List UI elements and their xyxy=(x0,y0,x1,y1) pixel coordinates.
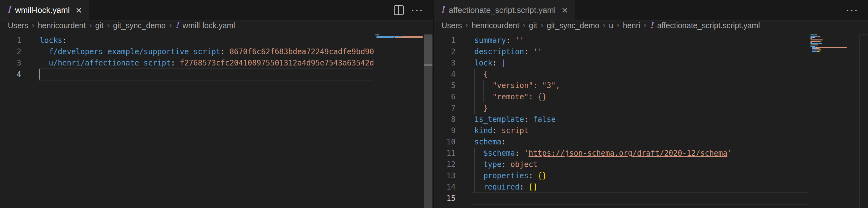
line-number: 1 xyxy=(434,35,456,46)
code-text: type: object xyxy=(474,159,537,170)
scrollbar-thumb[interactable] xyxy=(424,34,432,65)
tab-wmill-lock[interactable]: ! wmill-lock.yaml × xyxy=(0,0,89,20)
code-line[interactable]: 7 } xyxy=(434,102,810,114)
minimap-line xyxy=(810,45,813,46)
breadcrumb-file[interactable]: wmill-lock.yaml xyxy=(183,21,235,30)
tab-affectionate-script[interactable]: ! affectionate_script.script.yaml × xyxy=(434,0,575,20)
line-number: 13 xyxy=(434,170,456,181)
breadcrumb-item[interactable]: git_sync_demo xyxy=(547,21,599,30)
editor-left[interactable]: 1locks:2 f/developers_example/supportive… xyxy=(0,30,433,208)
line-number: 3 xyxy=(0,57,21,69)
split-editor-button[interactable] xyxy=(394,5,404,15)
editor-group-right: ! affectionate_script.script.yaml × ⋯ Us… xyxy=(434,0,868,208)
minimap-line xyxy=(810,38,812,39)
chevron-icon: › xyxy=(465,20,468,30)
tab-bar-left: ! wmill-lock.yaml × ⋯ xyxy=(0,0,433,21)
code-line[interactable]: 14 required: [] xyxy=(434,181,810,193)
code-line[interactable]: 1locks: xyxy=(0,35,375,46)
code-line[interactable]: 8is_template: false xyxy=(434,114,810,125)
code-text: required: [] xyxy=(474,181,537,193)
code-text: schema: xyxy=(474,136,506,148)
code-area[interactable]: 1summary: ''2description: ''3lock: |4 {5… xyxy=(434,30,810,208)
editor-right[interactable]: 1summary: ''2description: ''3lock: |4 {5… xyxy=(434,30,868,208)
indent-guide-line xyxy=(474,80,475,91)
line-number: 14 xyxy=(434,181,456,193)
breadcrumb-item[interactable]: henricourdent xyxy=(38,21,86,30)
overview-ruler[interactable] xyxy=(859,34,868,208)
minimap-line xyxy=(812,51,817,52)
code-text: u/henri/affectionate_script: f2768573cfc… xyxy=(40,57,374,69)
indent-guide-line xyxy=(474,170,475,181)
code-line[interactable]: 4 { xyxy=(434,69,810,80)
breadcrumb-item[interactable]: Users xyxy=(8,21,28,30)
breadcrumb-file[interactable]: affectionate_script.script.yaml xyxy=(657,21,760,30)
scrollbar-band xyxy=(424,64,432,66)
code-text: "version": "3", xyxy=(474,80,560,91)
minimap-line xyxy=(376,37,394,38)
code-line[interactable]: 13 properties: {} xyxy=(434,170,810,181)
code-line[interactable]: 3 u/henri/affectionate_script: f2768573c… xyxy=(0,57,375,69)
breadcrumb-item[interactable]: henricourdent xyxy=(471,21,519,30)
tab-bar-right: ! affectionate_script.script.yaml × ⋯ xyxy=(434,0,868,21)
minimap-line xyxy=(812,48,814,49)
line-number: 5 xyxy=(434,80,456,91)
yaml-file-icon: ! xyxy=(175,21,179,30)
minimap-line xyxy=(810,43,818,44)
line-number: 15 xyxy=(434,193,456,204)
breadcrumb-item[interactable]: git_sync_demo xyxy=(113,21,166,30)
code-line[interactable]: 3lock: | xyxy=(434,57,810,69)
code-line[interactable]: 15 xyxy=(434,193,810,204)
editor-group-left: ! wmill-lock.yaml × ⋯ Users›henricourden… xyxy=(0,0,433,208)
breadcrumb-item[interactable]: u xyxy=(609,21,613,30)
line-number: 6 xyxy=(434,91,456,102)
minimap-line xyxy=(810,40,823,41)
code-text: description: '' xyxy=(474,46,542,57)
minimap-line xyxy=(819,50,821,50)
close-icon[interactable]: × xyxy=(76,5,82,15)
chevron-icon: › xyxy=(89,20,92,30)
code-line[interactable]: 2 f/developers_example/supportive_script… xyxy=(0,46,375,57)
breadcrumb-item[interactable]: Users xyxy=(441,21,462,30)
ellipsis-icon: ⋯ xyxy=(410,3,423,17)
breadcrumb: Users›henricourdent›git›git_sync_demo›u›… xyxy=(434,21,868,30)
tab-label: wmill-lock.yaml xyxy=(15,5,70,15)
vertical-scrollbar[interactable] xyxy=(424,34,432,208)
indent-guide-line xyxy=(474,181,475,193)
code-area[interactable]: 1locks:2 f/developers_example/supportive… xyxy=(0,30,375,208)
minimap-line xyxy=(376,36,401,37)
code-text: locks: xyxy=(40,35,67,46)
more-actions-button[interactable]: ⋯ xyxy=(845,7,858,13)
line-number: 4 xyxy=(0,69,21,80)
minimap-line xyxy=(812,50,818,50)
more-actions-button[interactable]: ⋯ xyxy=(410,7,423,13)
chevron-icon: › xyxy=(603,20,606,30)
code-line[interactable]: 9kind: script xyxy=(434,125,810,136)
breadcrumb-item[interactable]: git xyxy=(95,21,103,30)
minimap[interactable] xyxy=(375,34,424,208)
text-cursor xyxy=(39,69,40,80)
code-line[interactable]: 11 $schema: 'https://json-schema.org/dra… xyxy=(434,148,810,159)
minimap-line xyxy=(810,42,812,43)
minimap[interactable] xyxy=(810,34,859,208)
minimap-line xyxy=(810,34,815,35)
code-text: lock: | xyxy=(474,57,506,69)
minimap-line xyxy=(814,37,815,38)
minimap-line xyxy=(817,47,818,48)
indent-guide-line xyxy=(484,80,484,91)
line-number: 4 xyxy=(434,69,456,80)
tab-label: affectionate_script.script.yaml xyxy=(449,5,556,15)
code-line[interactable]: 10schema: xyxy=(434,136,810,148)
code-text: { xyxy=(474,69,488,80)
code-line[interactable]: 6 "remote": {} xyxy=(434,91,810,102)
code-text: "remote": {} xyxy=(474,91,547,102)
code-line[interactable]: 5 "version": "3", xyxy=(434,80,810,91)
code-line[interactable]: 12 type: object xyxy=(434,159,810,170)
breadcrumb-item[interactable]: henri xyxy=(623,21,640,30)
line-number: 12 xyxy=(434,159,456,170)
code-line[interactable]: 1summary: '' xyxy=(434,35,810,46)
close-icon[interactable]: × xyxy=(562,5,568,15)
breadcrumb-item[interactable]: git xyxy=(529,21,537,30)
code-line[interactable]: 2description: '' xyxy=(434,46,810,57)
code-line[interactable]: 4 xyxy=(0,69,375,80)
code-text: } xyxy=(474,102,488,114)
